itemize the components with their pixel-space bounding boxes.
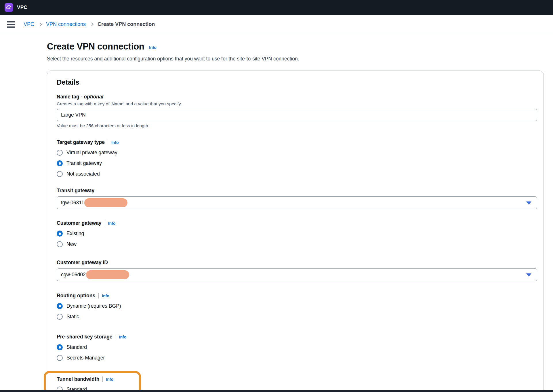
radio-label: Standard [66, 344, 87, 350]
preshared-key-storage-label-text: Pre-shared key storage [57, 334, 112, 340]
radio-option-standard-storage[interactable]: Standard [57, 344, 537, 351]
radio-unchecked-icon[interactable] [57, 355, 63, 361]
radio-label: Existing [66, 231, 84, 237]
chevron-right-icon [38, 22, 42, 26]
page-header: Create VPN connection Info Select the re… [47, 41, 544, 62]
radio-option-secrets-manager[interactable]: Secrets Manager [57, 355, 537, 361]
page-description: Select the resources and additional conf… [47, 56, 544, 62]
breadcrumb-link-vpn-connections[interactable]: VPN connections [46, 21, 86, 27]
hamburger-menu-icon[interactable] [7, 21, 15, 28]
radio-checked-icon[interactable] [57, 160, 63, 166]
customer-gateway-id-suffix: . [129, 272, 131, 278]
breadcrumb-current: Create VPN connection [98, 21, 155, 27]
vpc-service-icon[interactable] [5, 3, 13, 12]
name-tag-label-dash: - [79, 94, 84, 100]
radio-checked-icon[interactable] [57, 231, 63, 237]
tunnel-bandwidth-info-link[interactable]: Info [106, 377, 113, 382]
page-content: Create VPN connection Info Select the re… [0, 41, 553, 392]
name-tag-label-text: Name tag [57, 94, 79, 100]
radio-unchecked-icon[interactable] [57, 314, 63, 320]
customer-gateway-id-value: cgw-06d02 [61, 272, 86, 278]
customer-gateway-label: Customer gateway Info [57, 220, 537, 226]
name-tag-description: Creates a tag with a key of 'Name' and a… [57, 101, 537, 106]
name-tag-input[interactable] [57, 109, 537, 121]
customer-gateway-id-label: Customer gateway ID [57, 260, 537, 266]
radio-option-static[interactable]: Static [57, 313, 537, 320]
page-info-link[interactable]: Info [149, 45, 157, 50]
radio-label: Static [66, 314, 79, 320]
label-divider [116, 334, 116, 340]
preshared-key-storage-label: Pre-shared key storage Info [57, 334, 537, 340]
field-transit-gateway: Transit gateway tgw-06311 [57, 188, 537, 209]
target-gateway-type-info-link[interactable]: Info [111, 140, 119, 145]
radio-option-virtual-private-gateway[interactable]: Virtual private gateway [57, 149, 537, 156]
radio-option-dynamic[interactable]: Dynamic (requires BGP) [57, 303, 537, 309]
radio-unchecked-icon[interactable] [57, 150, 63, 156]
label-divider [98, 293, 99, 298]
radio-label: New [66, 241, 77, 247]
breadcrumb-bar: VPC VPN connections Create VPN connectio… [0, 15, 553, 34]
details-panel: Details Name tag - optional Creates a ta… [47, 71, 544, 392]
customer-gateway-id-select[interactable]: cgw-06d02 . [57, 268, 537, 281]
tunnel-bandwidth-label-text: Tunnel bandwidth [57, 376, 99, 382]
redaction-overlay [86, 270, 129, 279]
app-title: VPC [17, 5, 27, 10]
dropdown-caret-icon [526, 273, 531, 277]
chevron-right-icon [90, 22, 94, 26]
radio-unchecked-icon[interactable] [57, 171, 63, 177]
radio-option-existing[interactable]: Existing [57, 230, 537, 237]
name-tag-optional-text: optional [84, 94, 103, 100]
routing-options-label: Routing options Info [57, 293, 537, 299]
transit-gateway-select[interactable]: tgw-06311 [57, 196, 537, 209]
screen-bottom-edge [0, 390, 553, 392]
radio-label: Virtual private gateway [66, 150, 117, 156]
transit-gateway-value: tgw-06311 [61, 200, 84, 206]
label-divider [108, 140, 108, 145]
name-tag-constraint: Value must be 256 characters or less in … [57, 123, 537, 128]
redaction-overlay [84, 198, 127, 207]
radio-checked-icon[interactable] [57, 344, 63, 350]
radio-label: Not associated [66, 171, 100, 177]
dropdown-caret-icon [526, 201, 531, 205]
transit-gateway-label-text: Transit gateway [57, 188, 94, 194]
transit-gateway-label: Transit gateway [57, 188, 537, 194]
label-divider [105, 220, 105, 226]
radio-option-transit-gateway[interactable]: Transit gateway [57, 160, 537, 167]
customer-gateway-info-link[interactable]: Info [108, 221, 116, 226]
routing-options-label-text: Routing options [57, 293, 95, 299]
page-title: Create VPN connection [47, 41, 144, 52]
field-preshared-key-storage: Pre-shared key storage Info Standard Sec… [57, 334, 537, 361]
breadcrumb: VPC VPN connections Create VPN connectio… [24, 21, 155, 27]
name-tag-label: Name tag - optional [57, 94, 537, 100]
radio-option-new[interactable]: New [57, 241, 537, 248]
field-customer-gateway: Customer gateway Info Existing New [57, 220, 537, 248]
radio-unchecked-icon[interactable] [57, 241, 63, 247]
radio-option-not-associated[interactable]: Not associated [57, 171, 537, 177]
cloud-shield-glyph [6, 4, 12, 11]
field-customer-gateway-id: Customer gateway ID cgw-06d02 . [57, 260, 537, 281]
radio-label: Secrets Manager [66, 355, 105, 361]
target-gateway-type-label: Target gateway type Info [57, 139, 537, 145]
field-routing-options: Routing options Info Dynamic (requires B… [57, 293, 537, 320]
field-name-tag: Name tag - optional Creates a tag with a… [57, 94, 537, 128]
field-target-gateway-type: Target gateway type Info Virtual private… [57, 139, 537, 177]
field-tunnel-bandwidth: Tunnel bandwidth Info Standard Large [57, 376, 537, 392]
radio-checked-icon[interactable] [57, 303, 63, 309]
routing-options-info-link[interactable]: Info [102, 294, 109, 298]
customer-gateway-label-text: Customer gateway [57, 220, 102, 226]
top-bar: VPC [0, 0, 553, 15]
radio-label: Transit gateway [66, 160, 102, 166]
panel-heading: Details [57, 78, 537, 86]
breadcrumb-link-vpc[interactable]: VPC [24, 21, 34, 27]
target-gateway-type-label-text: Target gateway type [57, 139, 105, 145]
preshared-key-storage-info-link[interactable]: Info [119, 335, 127, 339]
tunnel-bandwidth-label: Tunnel bandwidth Info [57, 376, 537, 382]
radio-label: Dynamic (requires BGP) [66, 303, 121, 309]
customer-gateway-id-label-text: Customer gateway ID [57, 260, 108, 266]
label-divider [102, 376, 103, 382]
